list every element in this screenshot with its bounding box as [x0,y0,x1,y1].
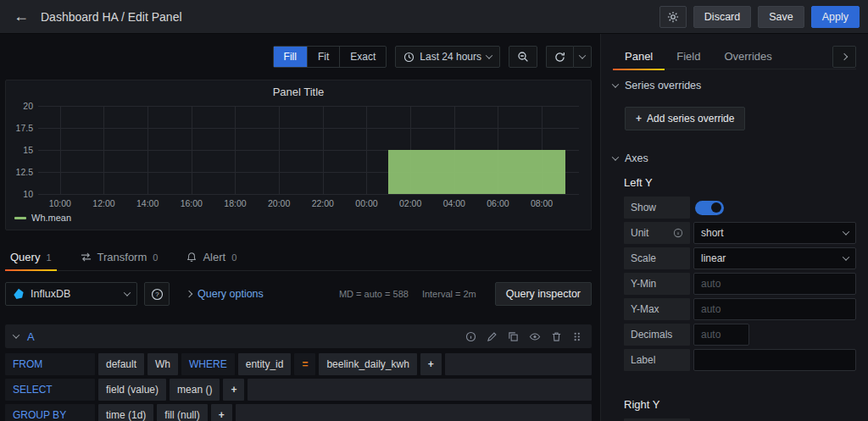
y-tick-label: 12.5 [16,167,33,177]
drag-handle-icon[interactable] [572,331,581,342]
query-clause-label[interactable]: FROM [5,353,95,375]
axis-label-input[interactable] [693,349,856,371]
panel-title: Panel Title [6,86,591,104]
query-rows: FROMdefaultWhWHEREentity_id=beelink_dail… [5,353,592,421]
apply-button[interactable]: Apply [811,6,860,28]
time-range-label: Last 24 hours [420,51,481,63]
gear-icon [667,11,679,23]
query-options-label: Query options [198,288,264,300]
display-mode-group: Fill Fit Exact [273,46,387,68]
display-mode-exact-button[interactable]: Exact [340,47,386,67]
grid-line-vertical [235,106,236,194]
info-icon[interactable] [673,228,683,238]
refresh-split-button [546,46,592,68]
pencil-icon[interactable] [487,331,498,342]
series-overrides-section-header[interactable]: Series overrides [613,80,856,91]
transform-icon [81,252,92,263]
x-axis-labels: 10:0012:0014:0016:0018:0020:0022:0000:00… [38,196,579,209]
axis-label-label: Label [624,349,690,371]
discard-button[interactable]: Discard [693,6,751,28]
datasource-help-button[interactable]: ? [144,282,170,306]
grid-line-vertical [323,106,324,194]
tab-transform[interactable]: Transform 0 [75,244,164,270]
query-segment-value[interactable]: field (value) [98,379,166,401]
info-circle-icon[interactable] [465,331,476,342]
unit-select[interactable]: short [693,222,856,244]
axes-section-header[interactable]: Axes [613,152,856,164]
query-clause-label[interactable]: GROUP BY [5,404,95,421]
query-options-toggle[interactable]: Query options [186,288,264,300]
query-segment-plus[interactable]: + [211,404,232,421]
influxdb-logo-icon [13,288,25,300]
left-y-show-toggle[interactable] [695,201,724,215]
refresh-button[interactable] [546,46,573,68]
help-circle-icon: ? [151,288,164,301]
query-segment-value[interactable]: entity_id [238,353,292,375]
eye-icon[interactable] [529,331,541,342]
x-tick-label: 00:00 [355,198,377,208]
tab-panel[interactable]: Panel [613,44,665,69]
query-segment-operator[interactable]: = [294,353,315,375]
options-pane: Panel Field Overrides Series overrides +… [600,34,868,421]
settings-button[interactable] [659,6,687,28]
x-tick-label: 02:00 [399,198,421,208]
tab-query-label: Query [10,251,40,263]
grid-line-horizontal [38,194,579,195]
series-area [388,150,565,194]
save-button[interactable]: Save [758,6,804,28]
display-mode-fill-button[interactable]: Fill [274,47,308,67]
x-tick-label: 16:00 [181,198,203,208]
chevron-right-icon [841,53,848,59]
decimals-label: Decimals [624,324,690,346]
y-max-input[interactable] [693,298,856,320]
grid-line-vertical [366,106,367,194]
query-segment-value[interactable]: default [98,353,144,375]
query-segment-keyword[interactable]: WHERE [181,353,235,375]
decimals-input[interactable] [693,324,749,346]
plus-icon: + [636,113,642,125]
tab-alert-label: Alert [203,251,225,263]
refresh-interval-button[interactable] [573,46,592,68]
query-segment-value[interactable]: fill (null) [157,404,207,421]
tab-query[interactable]: Query 1 [5,244,57,270]
options-tabs: Panel Field Overrides [613,34,856,69]
left-y-unit-row: Unit short [624,222,856,244]
chart-plot[interactable] [38,106,579,194]
collapse-pane-button[interactable] [832,46,856,68]
trash-icon[interactable] [551,331,562,342]
query-clause-label[interactable]: SELECT [5,379,95,401]
y-min-input[interactable] [693,273,856,295]
datasource-picker[interactable]: InfluxDB [5,282,137,306]
y-min-label: Y-Min [624,273,690,295]
query-stats: MD = auto = 588 Interval = 2m [339,289,476,299]
copy-icon[interactable] [508,331,519,342]
query-segment-value[interactable]: mean () [170,379,220,401]
right-y-group: Right Y Show [624,398,856,421]
y-tick-label: 10 [23,189,33,199]
query-inspector-button[interactable]: Query inspector [495,282,592,306]
tab-field[interactable]: Field [665,44,712,69]
y-max-label: Y-Max [624,298,690,320]
query-row-header[interactable]: A [5,324,592,348]
panel-preview[interactable]: Panel Title 2017.51512.510 10:0012:0014:… [5,80,592,230]
query-segment-value[interactable]: beelink_daily_kwh [319,353,416,375]
query-segment-value[interactable]: Wh [147,353,178,375]
zoom-out-button[interactable] [509,46,537,68]
tab-query-count: 1 [46,252,51,263]
main-content: Fill Fit Exact Last 24 hours [0,34,868,421]
display-mode-fit-button[interactable]: Fit [308,47,340,67]
query-segment-plus[interactable]: + [420,353,442,375]
time-range-picker[interactable]: Last 24 hours [395,46,500,68]
tab-alert[interactable]: Alert 0 [181,244,242,270]
query-row-filler [445,353,592,375]
tab-overrides[interactable]: Overrides [712,44,783,69]
y-axis-labels: 2017.51512.510 [13,106,35,194]
query-segment-plus[interactable]: + [223,379,244,401]
back-button[interactable]: ← [8,4,34,30]
add-series-override-button[interactable]: + Add series override [625,107,745,130]
scale-select[interactable]: linear [693,247,856,269]
legend-series-name[interactable]: Wh.mean [31,213,71,223]
page-title: Dashboard HA / Edit Panel [41,10,182,24]
query-segment-value[interactable]: time (1d) [98,404,153,421]
left-y-group: Left Y Show Unit short Scale [624,176,856,371]
